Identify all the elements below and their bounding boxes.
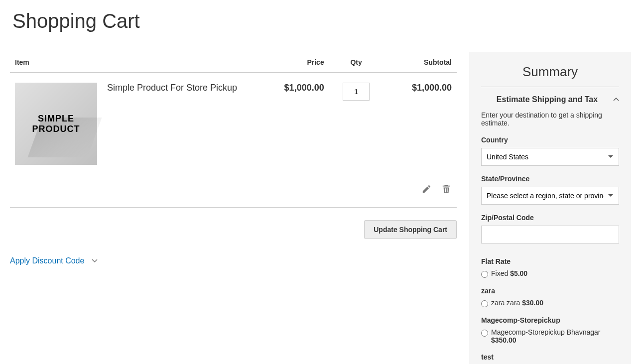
chevron-down-icon [91,257,98,264]
cart-actions: Update Shopping Cart [10,220,457,239]
shipping-method-group: Magecomp-Storepickup Magecomp-Storepicku… [481,316,619,344]
cart-column: Item Price Qty Subtotal SIMPLE PRODUCT [10,52,457,364]
item-subtotal: $1,000.00 [384,73,457,175]
summary-box: Summary Estimate Shipping and Tax Enter … [469,52,631,364]
method-price: $350.00 [491,336,516,344]
method-radio[interactable] [481,300,488,307]
state-select[interactable]: Please select a region, state or provinc… [481,187,619,205]
cart-layout: Item Price Qty Subtotal SIMPLE PRODUCT [10,52,631,364]
item-price: $1,000.00 [256,73,329,175]
method-label: Magecomp-Storepickup Bhavnagar [491,328,600,336]
country-label: Country [481,136,619,144]
update-cart-button[interactable]: Update Shopping Cart [364,220,457,239]
method-radio[interactable] [481,330,488,337]
shipping-method-group: zara zara zara $30.00 [481,287,619,307]
method-title: Magecomp-Storepickup [481,316,619,324]
col-subtotal-header: Subtotal [384,52,457,73]
col-qty-header: Qty [329,52,384,73]
discount-toggle-label: Apply Discount Code [10,256,84,265]
trash-icon[interactable] [442,185,452,195]
shipping-method-option[interactable]: Fixed $5.00 [481,269,619,278]
method-title: test [481,353,619,361]
col-item-header: Item [10,52,256,73]
product-image-text2: PRODUCT [32,124,80,134]
page-title: Shopping Cart [12,10,631,32]
cart-table: Item Price Qty Subtotal SIMPLE PRODUCT [10,52,457,208]
item-actions-row [10,175,457,208]
discount-toggle[interactable]: Apply Discount Code [10,256,98,265]
zip-input[interactable] [481,226,619,243]
product-image-text1: SIMPLE [32,114,80,124]
zip-label: Zip/Postal Code [481,214,619,222]
col-price-header: Price [256,52,329,73]
shipping-method-option[interactable]: Magecomp-Storepickup Bhavnagar $350.00 [481,328,619,344]
estimate-title: Estimate Shipping and Tax [481,95,613,104]
method-price: $5.00 [510,269,527,277]
cart-row: SIMPLE PRODUCT Simple Product For Store … [10,73,457,175]
summary-column: Summary Estimate Shipping and Tax Enter … [469,52,631,364]
state-label: State/Province [481,175,619,183]
product-name[interactable]: Simple Product For Store Pickup [107,83,237,165]
shipping-method-group: Flat Rate Fixed $5.00 [481,257,619,278]
method-title: Flat Rate [481,257,619,265]
estimate-shipping-toggle[interactable]: Estimate Shipping and Tax [481,95,619,104]
shipping-methods: Flat Rate Fixed $5.00 zara zara zara $30… [481,257,619,364]
method-title: zara [481,287,619,295]
method-label: zara zara [491,299,520,307]
product-image[interactable]: SIMPLE PRODUCT [15,83,97,165]
chevron-up-icon [613,97,619,103]
method-price: $30.00 [522,299,543,307]
edit-icon[interactable] [422,185,432,195]
summary-title: Summary [481,64,619,87]
country-select[interactable]: United States [481,148,619,166]
estimate-description: Enter your destination to get a shipping… [481,111,619,127]
qty-input[interactable] [343,83,370,101]
shipping-method-group: test test test 1 $500.00 [481,353,619,364]
method-radio[interactable] [481,271,488,278]
shipping-method-option[interactable]: zara zara $30.00 [481,299,619,307]
method-label: Fixed [491,269,508,277]
